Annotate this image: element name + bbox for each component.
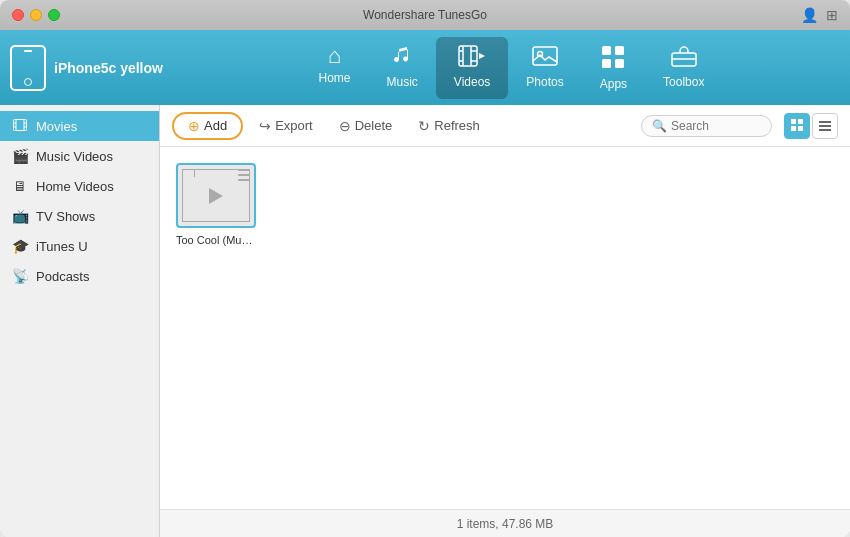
svg-rect-12 [602, 59, 611, 68]
close-button[interactable] [12, 9, 24, 21]
title-bar-controls: 👤 ⊞ [801, 7, 838, 23]
toolbox-icon [671, 45, 697, 71]
nav-item-videos[interactable]: Videos [436, 37, 508, 99]
svg-rect-11 [615, 46, 624, 55]
status-text: 1 items, 47.86 MB [457, 517, 554, 531]
title-bar: Wondershare TunesGo 👤 ⊞ [0, 0, 850, 30]
photos-icon [532, 45, 558, 71]
status-bar: 1 items, 47.86 MB [160, 509, 850, 537]
home-videos-icon: 🖥 [12, 178, 28, 194]
main-content: Movies 🎬 Music Videos 🖥 Home Videos 📺 TV… [0, 105, 850, 537]
device-icon [10, 45, 46, 91]
tv-shows-icon: 📺 [12, 208, 28, 224]
action-bar: ⊕ Add ↪ Export ⊖ Delete ↻ Refresh 🔍 [160, 105, 850, 147]
grid-view-icon [791, 118, 803, 134]
sidebar-item-itunes-u[interactable]: 🎓 iTunes U [0, 231, 159, 261]
movies-icon [12, 118, 28, 134]
nav-item-toolbox[interactable]: Toolbox [645, 37, 722, 99]
export-label: Export [275, 118, 313, 133]
app-window: Wondershare TunesGo 👤 ⊞ iPhone5c yellow … [0, 0, 850, 537]
refresh-icon: ↻ [418, 118, 430, 134]
sidebar-item-music-videos[interactable]: 🎬 Music Videos [0, 141, 159, 171]
nav-item-music[interactable]: Music [369, 37, 436, 99]
svg-rect-28 [819, 125, 831, 127]
list-view-icon [819, 118, 831, 134]
maximize-button[interactable] [48, 9, 60, 21]
nav-label-music: Music [387, 75, 418, 89]
itunes-u-icon: 🎓 [12, 238, 28, 254]
user-icon: 👤 [801, 7, 818, 23]
sidebar: Movies 🎬 Music Videos 🖥 Home Videos 📺 TV… [0, 105, 160, 537]
export-button[interactable]: ↪ Export [249, 114, 323, 138]
svg-rect-23 [791, 119, 796, 124]
device-info: iPhone5c yellow [10, 45, 163, 91]
svg-rect-26 [798, 126, 803, 131]
delete-button[interactable]: ⊖ Delete [329, 114, 403, 138]
list-view-button[interactable] [812, 113, 838, 139]
add-button[interactable]: ⊕ Add [172, 112, 243, 140]
sidebar-label-home-videos: Home Videos [36, 179, 114, 194]
svg-rect-25 [791, 126, 796, 131]
add-label: Add [204, 118, 227, 133]
device-name: iPhone5c yellow [54, 60, 163, 76]
svg-rect-0 [459, 46, 477, 66]
nav-label-home: Home [319, 71, 351, 85]
sidebar-label-tv-shows: TV Shows [36, 209, 95, 224]
nav-items: ⌂ Home Music [183, 37, 840, 99]
expand-icon[interactable]: ⊞ [826, 7, 838, 23]
export-icon: ↪ [259, 118, 271, 134]
nav-item-home[interactable]: ⌂ Home [301, 37, 369, 99]
minimize-button[interactable] [30, 9, 42, 21]
svg-rect-10 [602, 46, 611, 55]
refresh-label: Refresh [434, 118, 480, 133]
svg-rect-24 [798, 119, 803, 124]
nav-label-videos: Videos [454, 75, 490, 89]
svg-rect-8 [533, 47, 557, 65]
play-icon [209, 188, 223, 204]
svg-rect-16 [14, 120, 27, 131]
view-toggle [784, 113, 838, 139]
apps-icon [601, 45, 625, 73]
delete-icon: ⊖ [339, 118, 351, 134]
delete-label: Delete [355, 118, 393, 133]
video-name: Too Cool (Musi... [176, 234, 256, 246]
film-strip [238, 169, 250, 181]
home-icon: ⌂ [328, 45, 341, 67]
add-icon: ⊕ [188, 118, 200, 134]
grid-view-button[interactable] [784, 113, 810, 139]
content-panel: ⊕ Add ↪ Export ⊖ Delete ↻ Refresh 🔍 [160, 105, 850, 537]
window-title: Wondershare TunesGo [363, 8, 487, 22]
search-input[interactable] [671, 119, 761, 133]
search-box[interactable]: 🔍 [641, 115, 772, 137]
videos-icon [458, 45, 486, 71]
nav-item-photos[interactable]: Photos [508, 37, 581, 99]
sidebar-item-tv-shows[interactable]: 📺 TV Shows [0, 201, 159, 231]
refresh-button[interactable]: ↻ Refresh [408, 114, 490, 138]
sidebar-label-movies: Movies [36, 119, 77, 134]
nav-label-toolbox: Toolbox [663, 75, 704, 89]
sidebar-label-itunes-u: iTunes U [36, 239, 88, 254]
sidebar-label-music-videos: Music Videos [36, 149, 113, 164]
music-videos-icon: 🎬 [12, 148, 28, 164]
video-item[interactable]: Too Cool (Musi... [176, 163, 256, 246]
traffic-lights [12, 9, 60, 21]
sidebar-item-podcasts[interactable]: 📡 Podcasts [0, 261, 159, 291]
podcasts-icon: 📡 [12, 268, 28, 284]
nav-item-apps[interactable]: Apps [582, 37, 645, 99]
search-icon: 🔍 [652, 119, 667, 133]
nav-label-apps: Apps [600, 77, 627, 91]
nav-label-photos: Photos [526, 75, 563, 89]
sidebar-item-home-videos[interactable]: 🖥 Home Videos [0, 171, 159, 201]
svg-rect-29 [819, 129, 831, 131]
grid-area: Too Cool (Musi... [160, 147, 850, 509]
svg-rect-27 [819, 121, 831, 123]
sidebar-label-podcasts: Podcasts [36, 269, 89, 284]
toolbar: iPhone5c yellow ⌂ Home Music [0, 30, 850, 105]
sidebar-item-movies[interactable]: Movies [0, 111, 159, 141]
svg-rect-13 [615, 59, 624, 68]
svg-marker-7 [479, 53, 485, 59]
music-icon [390, 45, 414, 71]
video-thumbnail [176, 163, 256, 228]
